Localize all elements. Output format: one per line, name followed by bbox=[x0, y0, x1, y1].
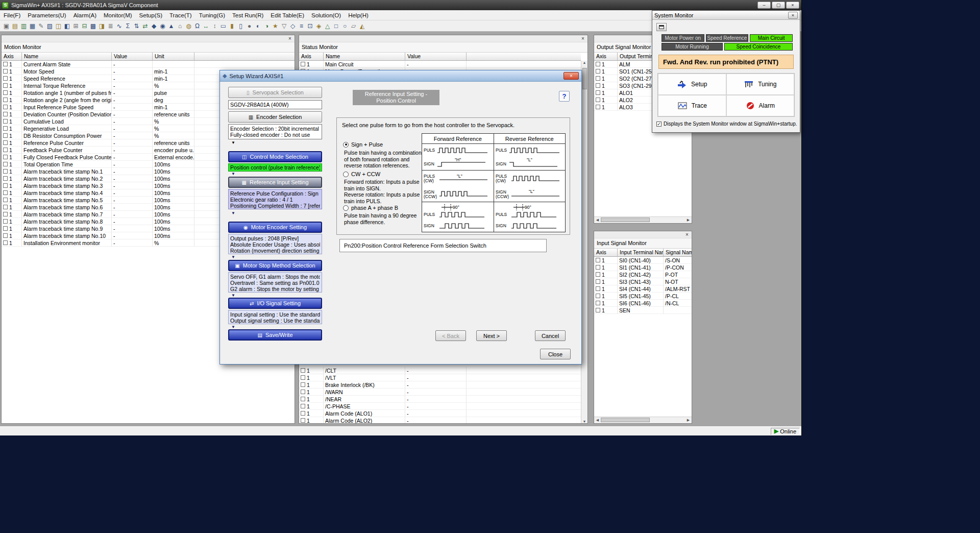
row-checkbox[interactable] bbox=[301, 390, 305, 394]
alarm-button[interactable]: Alarm bbox=[726, 95, 795, 116]
radio-button-icon[interactable] bbox=[343, 172, 349, 177]
toolbar-icon[interactable]: ◧ bbox=[63, 21, 71, 31]
tuning-button[interactable]: Tuning bbox=[726, 74, 795, 95]
toolbar-icon[interactable]: ∿ bbox=[115, 21, 124, 31]
menu-item[interactable]: Alarm(A) bbox=[70, 11, 100, 19]
row-checkbox[interactable] bbox=[301, 411, 305, 416]
radio-cw-ccw[interactable]: CW + CCW bbox=[343, 171, 380, 177]
toolbar-icon[interactable]: ▦ bbox=[28, 21, 37, 31]
toolbar-icon[interactable]: ★ bbox=[271, 21, 280, 31]
encoder-selection-button[interactable]: ▥ Encoder Selection bbox=[228, 111, 322, 123]
row-checkbox[interactable] bbox=[301, 397, 305, 401]
menu-item[interactable]: Setup(S) bbox=[136, 11, 166, 19]
column-header[interactable]: Axis bbox=[594, 53, 618, 61]
table-row[interactable]: 1 SI2 (CN1-42) P-OT bbox=[594, 271, 692, 278]
scroll-right-icon[interactable]: ▶ bbox=[685, 418, 692, 422]
toolbar-icon[interactable]: ⊡ bbox=[306, 21, 314, 31]
row-checkbox[interactable] bbox=[596, 62, 600, 66]
table-row[interactable]: 1 /CLT - bbox=[299, 367, 581, 374]
row-checkbox[interactable] bbox=[301, 382, 305, 387]
close-button[interactable]: × bbox=[788, 12, 798, 19]
toolbar-icon[interactable]: ▱ bbox=[349, 21, 358, 31]
row-checkbox[interactable] bbox=[596, 308, 600, 312]
table-row[interactable]: 1 Main Circuit - bbox=[299, 61, 581, 68]
scroll-track[interactable] bbox=[601, 217, 685, 223]
toolbar-icon[interactable]: ⊞ bbox=[71, 21, 80, 31]
toolbar-icon[interactable]: ○ bbox=[340, 21, 349, 31]
radio-button-icon[interactable] bbox=[343, 205, 349, 211]
row-checkbox[interactable] bbox=[3, 212, 8, 216]
menu-item[interactable]: Edit Table(E) bbox=[267, 11, 308, 19]
scroll-right-icon[interactable]: ▶ bbox=[685, 218, 692, 222]
window-icon-button[interactable] bbox=[656, 23, 667, 31]
row-checkbox[interactable] bbox=[596, 76, 600, 81]
column-header[interactable]: Signal Name bbox=[664, 249, 692, 257]
row-checkbox[interactable] bbox=[3, 162, 8, 166]
row-checkbox[interactable] bbox=[3, 240, 8, 245]
cancel-button[interactable]: Cancel bbox=[535, 330, 566, 341]
close-icon[interactable]: × bbox=[683, 232, 691, 238]
toolbar-icon[interactable]: ◉ bbox=[158, 21, 167, 31]
toolbar-icon[interactable]: ≡ bbox=[297, 21, 306, 31]
menu-item[interactable]: Monitor(M) bbox=[100, 11, 136, 19]
toolbar-icon[interactable]: ▤ bbox=[11, 21, 19, 31]
setup-button[interactable]: Setup bbox=[658, 74, 726, 95]
toolbar-icon[interactable]: ◫ bbox=[54, 21, 63, 31]
toolbar-icon[interactable]: ▽ bbox=[280, 21, 288, 31]
table-row[interactable]: 1 Brake Interlock (/BK) - bbox=[299, 381, 581, 389]
table-row[interactable]: 1 SI5 (CN1-45) /P-CL bbox=[594, 293, 692, 300]
row-checkbox[interactable] bbox=[3, 176, 8, 181]
row-checkbox[interactable] bbox=[3, 219, 8, 224]
column-header[interactable]: Input Terminal Name bbox=[618, 249, 664, 257]
table-row[interactable]: 1 SI1 (CN1-41) /P-CON bbox=[594, 264, 692, 271]
toolbar-icon[interactable]: ◍ bbox=[184, 21, 193, 31]
title-bar[interactable]: S SigmaWin+ AXIS#1 : SGDV-2R8A01A SigmaV… bbox=[0, 0, 801, 10]
toolbar-icon[interactable]: ◑ bbox=[262, 21, 271, 31]
row-checkbox[interactable] bbox=[596, 258, 600, 262]
scroll-up-icon[interactable]: ▲ bbox=[583, 61, 586, 64]
row-checkbox[interactable] bbox=[3, 69, 8, 74]
menu-item[interactable]: File(F) bbox=[0, 11, 24, 19]
row-checkbox[interactable] bbox=[3, 169, 8, 174]
toolbar-icon[interactable]: ↔ bbox=[202, 21, 210, 31]
scroll-left-icon[interactable]: ◀ bbox=[594, 418, 601, 422]
row-checkbox[interactable] bbox=[3, 155, 8, 159]
row-checkbox[interactable] bbox=[596, 265, 600, 270]
scroll-thumb[interactable] bbox=[601, 418, 650, 422]
minimize-button[interactable]: – bbox=[757, 2, 771, 9]
scroll-left-icon[interactable]: ◀ bbox=[594, 218, 601, 222]
table-row[interactable]: 1 Current Alarm State - bbox=[2, 61, 295, 68]
dialog-close-button[interactable]: × bbox=[564, 72, 579, 80]
toolbar-icon[interactable]: ▧ bbox=[45, 21, 54, 31]
table-row[interactable]: 1 Alarm Code (ALO1) - bbox=[299, 410, 581, 417]
row-checkbox[interactable] bbox=[596, 294, 600, 298]
table-row[interactable]: 1 SEN bbox=[594, 307, 692, 314]
table-row[interactable]: 1 SI6 (CN1-46) /N-CL bbox=[594, 300, 692, 307]
toolbar-icon[interactable]: ▯ bbox=[236, 21, 245, 31]
radio-sign-plus-pulse[interactable]: Sign + Pulse bbox=[343, 141, 383, 148]
scroll-down-icon[interactable]: ▼ bbox=[583, 420, 586, 423]
toolbar-icon[interactable]: ▲ bbox=[167, 21, 176, 31]
close-icon[interactable]: × bbox=[579, 36, 586, 42]
row-checkbox[interactable] bbox=[301, 368, 305, 373]
row-checkbox[interactable] bbox=[596, 272, 600, 277]
dialog-title-bar[interactable]: ◆ Setup Wizard AXIS#1 × bbox=[220, 70, 581, 82]
toolbar-icon[interactable]: ⇅ bbox=[132, 21, 141, 31]
row-checkbox[interactable] bbox=[3, 62, 8, 66]
table-row[interactable]: 1 SI4 (CN1-44) /ALM-RST bbox=[594, 285, 692, 293]
toolbar-icon[interactable]: ↕ bbox=[210, 21, 219, 31]
menu-item[interactable]: Trace(T) bbox=[166, 11, 195, 19]
row-checkbox[interactable] bbox=[596, 105, 600, 109]
help-button[interactable]: ? bbox=[559, 91, 570, 102]
row-checkbox[interactable] bbox=[301, 62, 305, 66]
scroll-track[interactable] bbox=[601, 417, 685, 423]
toolbar-icon[interactable]: ◨ bbox=[97, 21, 106, 31]
row-checkbox[interactable] bbox=[3, 233, 8, 238]
io-signal-setting-button[interactable]: ⇄ I/O Signal Setting bbox=[228, 298, 322, 309]
row-checkbox[interactable] bbox=[3, 148, 8, 152]
row-checkbox[interactable] bbox=[596, 98, 600, 102]
row-checkbox[interactable] bbox=[3, 133, 8, 138]
toolbar-icon[interactable]: △ bbox=[323, 21, 332, 31]
column-header[interactable]: Value bbox=[405, 53, 467, 61]
row-checkbox[interactable] bbox=[3, 183, 8, 188]
